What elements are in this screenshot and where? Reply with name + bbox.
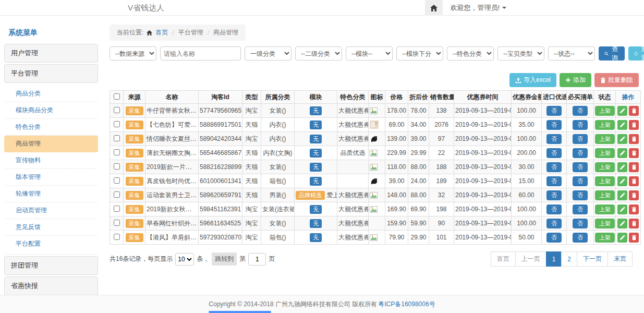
status-badge[interactable]: 上架 — [595, 176, 615, 186]
edit-button[interactable] — [617, 204, 627, 214]
delete-button[interactable] — [629, 162, 639, 172]
jump-page-input[interactable] — [248, 253, 266, 266]
icp-link[interactable]: 粤ICP备16098006号 — [378, 300, 435, 309]
imported-toggle[interactable]: 否 — [546, 204, 562, 214]
edit-button[interactable] — [617, 176, 627, 186]
edit-button[interactable] — [617, 233, 627, 243]
must-buy-toggle[interactable]: 否 — [573, 106, 588, 116]
delete-button[interactable] — [629, 134, 639, 144]
user-menu[interactable]: 欢迎您，管理员! — [443, 0, 514, 16]
sidebar-item-特色分类[interactable]: 特色分类 — [4, 119, 98, 136]
must-buy-toggle[interactable]: 否 — [573, 233, 588, 243]
delete-button[interactable] — [629, 106, 639, 116]
imported-toggle[interactable]: 否 — [546, 233, 562, 243]
edit-button[interactable] — [617, 134, 627, 144]
filter-select-状态[interactable]: --状态-- — [548, 46, 595, 61]
must-buy-toggle[interactable]: 否 — [573, 204, 588, 214]
filter-select-模块[interactable]: --模块-- — [346, 46, 393, 61]
imported-toggle[interactable]: 否 — [546, 162, 562, 172]
status-badge[interactable]: 上架 — [595, 190, 615, 200]
import-excel-button[interactable]: 导入excel — [509, 73, 556, 87]
page-button-下一页[interactable]: 下一页 — [577, 251, 608, 267]
page-button-2[interactable]: 2 — [561, 251, 577, 267]
sidebar-group-用户管理[interactable]: 用户管理 — [4, 44, 98, 63]
filter-select-宝贝类型[interactable]: --宝贝类型-- — [497, 46, 544, 61]
must-buy-toggle[interactable]: 否 — [573, 162, 588, 172]
page-button-首页[interactable]: 首页 — [491, 251, 516, 267]
batch-delete-button[interactable]: 批量删除 — [594, 73, 639, 87]
filter-select-特色分类[interactable]: --特色分类-- — [447, 46, 494, 61]
sidebar-item-商品分类[interactable]: 商品分类 — [4, 86, 98, 102]
home-button[interactable] — [425, 0, 443, 16]
sidebar-item-宣传物料[interactable]: 宣传物料 — [4, 152, 98, 169]
page-button-1[interactable]: 1 — [546, 251, 562, 267]
delete-button[interactable] — [629, 219, 639, 228]
row-checkbox[interactable] — [114, 234, 120, 240]
sidebar-group-平台管理[interactable]: 平台管理 — [4, 64, 98, 83]
imported-toggle[interactable]: 否 — [546, 120, 562, 130]
status-badge[interactable]: 上架 — [595, 106, 615, 116]
edit-button[interactable] — [617, 106, 627, 116]
must-buy-toggle[interactable]: 否 — [573, 219, 588, 228]
must-buy-toggle[interactable]: 否 — [573, 120, 588, 130]
sidebar-item-意见反馈[interactable]: 意见反馈 — [4, 219, 98, 236]
status-badge[interactable]: 上架 — [595, 204, 615, 214]
status-badge[interactable]: 上架 — [595, 134, 615, 144]
imported-toggle[interactable]: 否 — [546, 134, 562, 144]
edit-button[interactable] — [617, 190, 627, 200]
page-button-末页[interactable]: 末页 — [607, 251, 633, 267]
sidebar-group-省惠快报[interactable]: 省惠快报 — [4, 276, 98, 295]
delete-button[interactable] — [629, 233, 639, 243]
edit-button[interactable] — [617, 162, 627, 172]
per-page-select[interactable]: 10 — [175, 253, 194, 266]
row-checkbox[interactable] — [114, 206, 120, 212]
row-checkbox[interactable] — [114, 177, 120, 184]
edit-button[interactable] — [617, 148, 627, 158]
row-checkbox[interactable] — [114, 191, 120, 198]
sidebar-item-启动页管理[interactable]: 启动页管理 — [4, 202, 98, 219]
sidebar-item-模块商品分类[interactable]: 模块商品分类 — [4, 102, 98, 119]
row-checkbox[interactable] — [114, 107, 120, 113]
edit-button[interactable] — [617, 219, 627, 228]
select-all-checkbox[interactable] — [114, 93, 120, 100]
delete-button[interactable] — [629, 190, 639, 200]
row-checkbox[interactable] — [114, 220, 120, 226]
search-button[interactable]: 查询 — [599, 46, 625, 61]
row-checkbox[interactable] — [114, 149, 120, 155]
delete-button[interactable] — [629, 148, 639, 158]
page-button-上一页[interactable]: 上一页 — [515, 251, 546, 267]
filter-select-二级分类[interactable]: --二级分类-- — [295, 46, 342, 61]
imported-toggle[interactable]: 否 — [546, 219, 562, 228]
must-buy-toggle[interactable]: 否 — [573, 176, 588, 186]
must-buy-toggle[interactable]: 否 — [573, 134, 588, 144]
status-badge[interactable]: 上架 — [595, 219, 615, 228]
imported-toggle[interactable]: 否 — [546, 190, 562, 200]
filter-select-模块下分类[interactable]: --模块下分类-- — [396, 46, 443, 61]
must-buy-toggle[interactable]: 否 — [573, 190, 588, 200]
row-checkbox[interactable] — [114, 121, 120, 127]
imported-toggle[interactable]: 否 — [546, 106, 562, 116]
reset-button[interactable]: 重置 — [628, 46, 644, 61]
imported-toggle[interactable]: 否 — [546, 148, 562, 158]
breadcrumb-home-link[interactable]: 首页 — [155, 28, 168, 37]
horizontal-scrollbar-thumb[interactable] — [209, 311, 271, 313]
sidebar-group-拼团管理[interactable]: 拼团管理 — [4, 256, 98, 275]
status-badge[interactable]: 上架 — [595, 148, 615, 158]
delete-button[interactable] — [629, 120, 639, 130]
filter-select-一级分类[interactable]: 一级分类 — [245, 46, 291, 61]
name-search-input[interactable] — [160, 46, 241, 61]
filter-select-数据来源[interactable]: --数据来源-- — [110, 46, 156, 61]
row-checkbox[interactable] — [114, 163, 120, 170]
status-badge[interactable]: 上架 — [595, 162, 615, 172]
sidebar-item-平台配置[interactable]: 平台配置 — [4, 236, 98, 252]
delete-button[interactable] — [629, 204, 639, 214]
sidebar-item-版本管理[interactable]: 版本管理 — [4, 169, 98, 186]
jump-to-label[interactable]: 跳转到 — [212, 252, 237, 266]
add-button[interactable]: 添加 — [560, 73, 591, 87]
row-checkbox[interactable] — [114, 135, 120, 141]
delete-button[interactable] — [629, 176, 639, 186]
status-badge[interactable]: 上架 — [595, 120, 615, 130]
sidebar-item-商品管理[interactable]: 商品管理 — [4, 136, 98, 152]
imported-toggle[interactable]: 否 — [546, 176, 562, 186]
sidebar-item-轮播管理[interactable]: 轮播管理 — [4, 186, 98, 202]
